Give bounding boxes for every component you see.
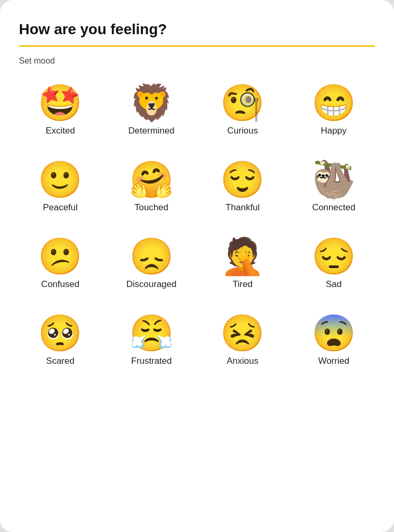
mood-grid: 🤩Excited🦁Determined🧐Curious😁Happy🙂Peacef…: [19, 80, 375, 371]
confused-label: Confused: [41, 279, 79, 290]
anxious-label: Anxious: [227, 356, 258, 366]
confused-emoji: 😕: [38, 238, 82, 274]
determined-label: Determined: [128, 126, 174, 136]
excited-label: Excited: [46, 126, 75, 136]
connected-emoji: 🦥: [312, 161, 356, 197]
anxious-emoji: 😣: [220, 315, 265, 351]
title-divider: [19, 45, 375, 47]
mood-item-worried[interactable]: 😨Worried: [293, 311, 376, 371]
mood-item-discouraged[interactable]: 😞Discouraged: [110, 234, 193, 294]
page-title: How are you feeling?: [19, 21, 375, 38]
mood-item-scared[interactable]: 🥺Scared: [19, 311, 102, 371]
mood-item-happy[interactable]: 😁Happy: [293, 80, 376, 140]
tired-emoji: 🤦: [220, 238, 265, 274]
mood-item-determined[interactable]: 🦁Determined: [110, 80, 193, 140]
scared-emoji: 🥺: [38, 315, 82, 351]
mood-item-touched[interactable]: 🤗Touched: [110, 157, 193, 217]
happy-emoji: 😁: [312, 85, 356, 120]
touched-label: Touched: [134, 202, 168, 213]
frustrated-label: Frustrated: [131, 356, 172, 366]
curious-emoji: 🧐: [220, 85, 265, 120]
sad-emoji: 😔: [312, 238, 356, 274]
discouraged-label: Discouraged: [127, 279, 177, 290]
discouraged-emoji: 😞: [129, 238, 174, 274]
mood-card: How are you feeling? Set mood 🤩Excited🦁D…: [0, 0, 394, 532]
worried-label: Worried: [318, 356, 349, 366]
peaceful-emoji: 🙂: [38, 161, 82, 197]
mood-item-tired[interactable]: 🤦Tired: [201, 234, 284, 294]
mood-item-anxious[interactable]: 😣Anxious: [201, 311, 284, 371]
mood-item-connected[interactable]: 🦥Connected: [293, 157, 376, 217]
frustrated-emoji: 😤: [129, 315, 174, 351]
set-mood-label: Set mood: [19, 56, 375, 66]
tired-label: Tired: [233, 279, 253, 290]
excited-emoji: 🤩: [38, 85, 82, 120]
mood-item-curious[interactable]: 🧐Curious: [201, 80, 284, 140]
connected-label: Connected: [312, 202, 355, 213]
mood-item-excited[interactable]: 🤩Excited: [19, 80, 102, 140]
mood-item-frustrated[interactable]: 😤Frustrated: [110, 311, 193, 371]
worried-emoji: 😨: [312, 315, 356, 351]
touched-emoji: 🤗: [129, 161, 174, 197]
scared-label: Scared: [46, 356, 75, 366]
determined-emoji: 🦁: [129, 85, 174, 120]
mood-item-confused[interactable]: 😕Confused: [19, 234, 102, 294]
mood-item-sad[interactable]: 😔Sad: [293, 234, 376, 294]
peaceful-label: Peaceful: [43, 202, 78, 213]
thankful-label: Thankful: [225, 202, 260, 213]
happy-label: Happy: [321, 126, 347, 136]
mood-item-thankful[interactable]: 😌Thankful: [201, 157, 284, 217]
mood-item-peaceful[interactable]: 🙂Peaceful: [19, 157, 102, 217]
curious-label: Curious: [227, 126, 258, 136]
sad-label: Sad: [326, 279, 341, 290]
thankful-emoji: 😌: [220, 161, 265, 197]
